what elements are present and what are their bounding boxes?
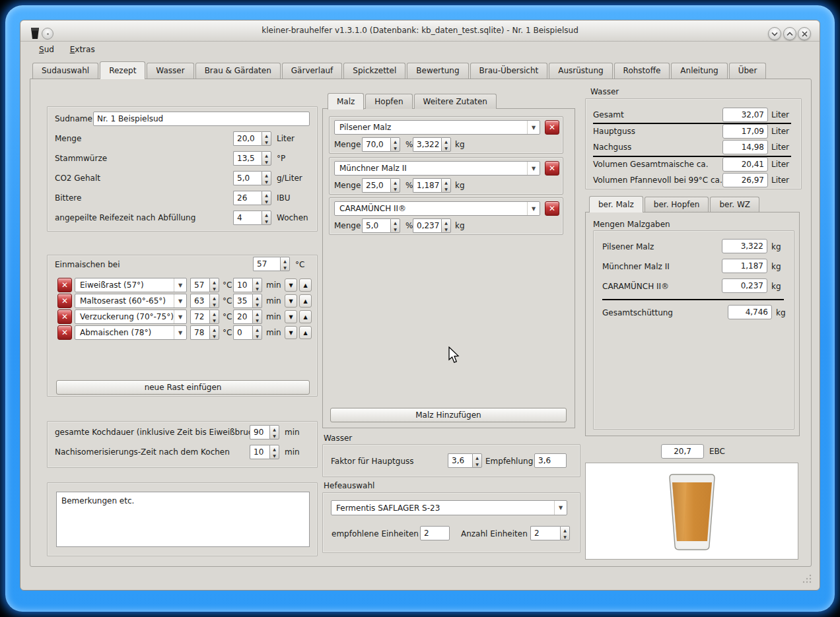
menge-spinbox[interactable]: 20,0 ▲▼ — [233, 131, 271, 146]
spin-buttons[interactable]: ▲▼ — [262, 131, 271, 146]
move-rast-up-button[interactable]: ▲ — [299, 326, 312, 339]
spin-up-icon[interactable]: ▲ — [253, 326, 262, 333]
spin-buttons[interactable]: ▲▼ — [441, 218, 451, 233]
spin-down-icon[interactable]: ▼ — [391, 226, 400, 232]
spin-down-icon[interactable]: ▼ — [473, 461, 481, 467]
rast-select[interactable]: Abmaischen (78°) ▼ — [75, 325, 187, 340]
delete-malt-button[interactable]: ✕ — [545, 120, 559, 135]
spin-down-icon[interactable]: ▼ — [442, 145, 450, 151]
spin-buttons[interactable]: ▲▼ — [262, 191, 271, 205]
spin-down-icon[interactable]: ▼ — [210, 333, 219, 339]
malt-kg-spinbox[interactable]: 3,322 ▲▼ — [413, 137, 451, 152]
notes-textarea[interactable]: Bemerkungen etc. — [56, 492, 310, 547]
spin-up-icon[interactable]: ▲ — [253, 278, 262, 285]
spin-up-icon[interactable]: ▲ — [262, 191, 271, 198]
move-rast-up-button[interactable]: ▲ — [299, 294, 312, 308]
spin-up-icon[interactable]: ▲ — [270, 445, 279, 452]
faktor-spinbox[interactable]: 3,6 ▲▼ — [448, 453, 482, 468]
spin-up-icon[interactable]: ▲ — [270, 426, 279, 432]
menu-extras[interactable]: Extras — [63, 42, 102, 57]
spin-buttons[interactable]: ▲▼ — [209, 294, 219, 308]
spin-buttons[interactable]: ▲▼ — [441, 178, 451, 193]
delete-rast-button[interactable]: ✕ — [57, 309, 72, 324]
move-rast-up-button[interactable]: ▲ — [299, 310, 312, 323]
spin-buttons[interactable]: ▲▼ — [472, 453, 482, 468]
spin-buttons[interactable]: ▲▼ — [262, 151, 271, 166]
spin-down-icon[interactable]: ▼ — [262, 178, 271, 185]
tab-malz[interactable]: Malz — [328, 93, 364, 110]
close-button[interactable] — [798, 27, 811, 40]
malt-kg-spinbox[interactable]: 0,237 ▲▼ — [413, 218, 451, 233]
spin-down-icon[interactable]: ▼ — [262, 218, 271, 224]
rast-temp-spinbox[interactable]: 57 ▲▼ — [190, 278, 219, 292]
co2-spinbox[interactable]: 5,0 ▲▼ — [233, 171, 271, 185]
kochdauer-value[interactable]: 90 — [250, 425, 269, 439]
nachiso-value[interactable]: 10 — [250, 445, 269, 459]
malt-percent-spinbox[interactable]: 5,0 ▲▼ — [362, 218, 400, 233]
spin-buttons[interactable]: ▲▼ — [269, 425, 279, 439]
tab-bewertung[interactable]: Bewertung — [407, 63, 468, 79]
tab-ber-wz[interactable]: ber. WZ — [710, 197, 759, 212]
bittere-value[interactable]: 26 — [233, 191, 262, 205]
tab-rohstoffe[interactable]: Rohstoffe — [614, 63, 670, 79]
spin-up-icon[interactable]: ▲ — [442, 219, 450, 226]
bittere-spinbox[interactable]: 26 ▲▼ — [233, 191, 271, 205]
rast-time[interactable]: 20 — [233, 309, 252, 324]
tab-hopfen[interactable]: Hopfen — [365, 94, 412, 109]
spin-up-icon[interactable]: ▲ — [210, 310, 219, 317]
move-rast-down-button[interactable]: ▼ — [285, 310, 297, 323]
rast-temp[interactable]: 57 — [190, 278, 209, 292]
move-rast-down-button[interactable]: ▼ — [285, 326, 297, 339]
move-rast-down-button[interactable]: ▼ — [285, 278, 297, 292]
rast-time-spinbox[interactable]: 20 ▲▼ — [233, 309, 262, 324]
rast-temp[interactable]: 72 — [190, 309, 209, 324]
chevron-down-icon[interactable]: ▼ — [174, 294, 186, 308]
spin-up-icon[interactable]: ▲ — [561, 527, 569, 533]
spin-up-icon[interactable]: ▲ — [473, 454, 481, 461]
malt-percent-spinbox[interactable]: 25,0 ▲▼ — [362, 178, 400, 193]
tab-ber-malz[interactable]: ber. Malz — [589, 196, 643, 212]
tab-wasser[interactable]: Wasser — [147, 63, 193, 79]
malt-kg-spinbox[interactable]: 1,187 ▲▼ — [413, 178, 451, 193]
spin-buttons[interactable]: ▲▼ — [390, 178, 400, 193]
malt-percent[interactable]: 70,0 — [362, 137, 390, 152]
tab-gaerverlauf[interactable]: Gärverlauf — [282, 63, 343, 79]
chevron-down-icon[interactable]: ▼ — [527, 202, 540, 215]
chevron-down-icon[interactable]: ▼ — [174, 326, 186, 339]
reifezeit-value[interactable]: 4 — [233, 211, 262, 225]
malt-select[interactable]: Pilsener Malz ▼ — [334, 120, 540, 135]
tab-anleitung[interactable]: Anleitung — [671, 63, 727, 79]
add-rast-button[interactable]: neue Rast einfügen — [56, 380, 310, 395]
co2-value[interactable]: 5,0 — [233, 171, 262, 185]
malt-percent-spinbox[interactable]: 70,0 ▲▼ — [362, 137, 400, 152]
rast-time[interactable]: 35 — [233, 294, 252, 308]
rast-time-spinbox[interactable]: 10 ▲▼ — [233, 278, 262, 292]
spin-down-icon[interactable]: ▼ — [262, 158, 271, 165]
spin-buttons[interactable]: ▲▼ — [262, 211, 271, 225]
rast-temp[interactable]: 78 — [190, 325, 209, 340]
tab-brau-gaerdaten[interactable]: Brau & Gärdaten — [195, 63, 281, 79]
sudname-input[interactable]: Nr. 1 Beispielsud — [93, 112, 310, 126]
reifezeit-spinbox[interactable]: 4 ▲▼ — [233, 211, 271, 225]
minimize-button[interactable] — [768, 27, 781, 40]
spin-down-icon[interactable]: ▼ — [253, 317, 262, 323]
spin-down-icon[interactable]: ▼ — [391, 145, 400, 151]
spin-buttons[interactable]: ▲▼ — [280, 257, 290, 271]
chevron-down-icon[interactable]: ▼ — [174, 278, 186, 292]
rast-temp-spinbox[interactable]: 78 ▲▼ — [190, 325, 219, 340]
delete-rast-button[interactable]: ✕ — [57, 325, 72, 340]
spin-down-icon[interactable]: ▼ — [262, 198, 271, 205]
spin-up-icon[interactable]: ▲ — [391, 219, 400, 226]
spin-down-icon[interactable]: ▼ — [561, 533, 569, 540]
chevron-down-icon[interactable]: ▼ — [527, 121, 540, 134]
rast-select[interactable]: Eiweißrast (57°) ▼ — [75, 278, 187, 292]
malt-percent[interactable]: 25,0 — [362, 178, 390, 193]
spin-buttons[interactable]: ▲▼ — [252, 294, 262, 308]
delete-malt-button[interactable]: ✕ — [545, 201, 559, 216]
spin-down-icon[interactable]: ▼ — [270, 452, 279, 459]
spin-up-icon[interactable]: ▲ — [210, 278, 219, 285]
spin-buttons[interactable]: ▲▼ — [390, 137, 400, 152]
spin-up-icon[interactable]: ▲ — [253, 310, 262, 317]
spin-buttons[interactable]: ▲▼ — [441, 137, 451, 152]
spin-buttons[interactable]: ▲▼ — [209, 278, 219, 292]
